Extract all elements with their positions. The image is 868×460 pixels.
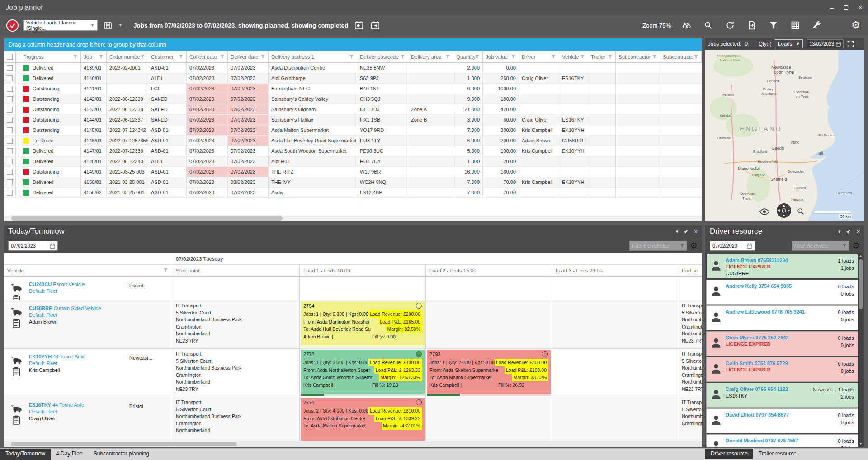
column-header[interactable]: Deliver date	[228, 51, 269, 62]
driver-date-picker[interactable]: 07/02/2023	[710, 241, 755, 251]
column-header[interactable]: Collect date	[187, 51, 228, 62]
driver-card[interactable]: Andrew Kelly 0754 654 9865 0 loads 0 job…	[706, 280, 858, 305]
driver-filter-input[interactable]: Filter the drivers	[792, 241, 849, 251]
row-checkbox[interactable]	[7, 86, 13, 92]
column-header[interactable]: Job	[81, 51, 107, 62]
load1-cell[interactable]	[300, 277, 426, 300]
save-button[interactable]	[102, 19, 114, 31]
planner-mode-select[interactable]: Vehicle Loads Planner (Single... ▼	[23, 20, 98, 31]
resource-tab[interactable]: Driver resource	[705, 449, 753, 459]
load2-cell[interactable]: 2793 Jobs: 1 | Qty: 7.000 | Kgs: 0.000Lo…	[426, 349, 552, 397]
save-menu-chevron-icon[interactable]: ▼	[118, 23, 123, 28]
planner-tab[interactable]: Subcontractor planning	[88, 449, 155, 460]
export-button[interactable]	[746, 19, 758, 31]
driver-card[interactable]: Andrew Littlewood 0778 765 3241 0 loads …	[706, 305, 858, 330]
driver-name-link[interactable]: Andrew Kelly 0754 654 9865	[726, 283, 854, 289]
vehicle-column-header[interactable]: Vehicle	[7, 268, 163, 273]
resource-tab[interactable]: Trailer resource	[753, 449, 802, 459]
funnel-icon[interactable]	[179, 54, 184, 59]
load-card[interactable]: 2779 Jobs: 2 | Qty: 4.000 | Kgs: 0.000Lo…	[301, 398, 425, 443]
load-status-circle-icon[interactable]	[542, 351, 548, 357]
planner-tab[interactable]: 4 Day Plan	[51, 449, 88, 460]
row-checkbox[interactable]	[7, 96, 13, 102]
maximize-button[interactable]	[844, 5, 848, 10]
column-header[interactable]: Driver	[519, 51, 559, 62]
driver-name-link[interactable]: David Elliott 0797 654 8877	[726, 412, 854, 418]
panel-dropdown-icon[interactable]: ▾	[838, 229, 841, 235]
driver-name-link[interactable]: Adam Brown 07654311234	[726, 257, 854, 263]
map-fullscreen-button[interactable]	[847, 41, 854, 47]
vehicle-filter-input[interactable]: Filter the vehicles	[629, 241, 687, 251]
job-row[interactable]: Outstanding 4144/01 2022-06-12337 SAI-ED…	[4, 115, 702, 125]
previous-day-button[interactable]	[353, 19, 365, 31]
vehicle-registration-link[interactable]: CU58RRE Curtain Sided Vehicle	[29, 305, 101, 312]
planner-hscrollbar[interactable]	[4, 441, 702, 447]
panel-pin-icon[interactable]	[684, 229, 689, 234]
column-header[interactable]: Job value	[483, 51, 519, 62]
load-card[interactable]: 2778 Jobs: 1 | Qty: 5.000 | Kgs: 0.000Lo…	[301, 350, 425, 396]
end-point-column-header[interactable]: End po	[678, 265, 702, 276]
funnel-icon[interactable]	[475, 54, 480, 59]
job-row[interactable]: Delivered 4147/01 2022-07-12336 ASD-01 0…	[4, 146, 702, 156]
column-header[interactable]: Vehicle	[559, 51, 588, 62]
next-day-button[interactable]	[369, 19, 381, 31]
row-checkbox[interactable]	[7, 148, 13, 154]
column-header[interactable]: Customer	[148, 51, 187, 62]
app-check-icon[interactable]	[6, 19, 19, 32]
vehicle-fleet-link[interactable]: Default Fleet	[29, 408, 84, 415]
row-checkbox[interactable]	[7, 107, 13, 113]
load-status-circle-icon[interactable]	[416, 351, 422, 357]
row-checkbox[interactable]	[7, 169, 13, 175]
load3-column-header[interactable]: Load 3 - Ends 20:00	[552, 265, 678, 276]
vehicle-truck-icon[interactable]	[10, 404, 22, 413]
funnel-icon[interactable]	[220, 54, 225, 59]
load1-cell[interactable]: 2779 Jobs: 2 | Qty: 4.000 | Kgs: 0.000Lo…	[300, 397, 426, 444]
driver-settings-gear[interactable]: ⚙	[852, 240, 860, 251]
row-checkbox[interactable]	[7, 159, 13, 164]
map-canvas[interactable]: NorthumberlandNational ParkNewcastleupon…	[705, 50, 864, 221]
funnel-icon[interactable]	[608, 54, 613, 59]
start-point-column-header[interactable]: Start point	[172, 265, 300, 276]
vehicle-fleet-link[interactable]: Default Fleet	[29, 288, 85, 295]
job-row[interactable]: Delivered 4140/01 ALDI 07/02/2023 07/02/…	[4, 73, 702, 84]
vehicle-truck-icon[interactable]	[10, 283, 22, 293]
vehicle-clipboard-icon[interactable]	[12, 295, 20, 300]
panel-close-icon[interactable]: ×	[694, 228, 698, 235]
load-status-circle-icon[interactable]	[416, 303, 422, 309]
planner-settings-gear[interactable]: ⚙	[690, 240, 698, 251]
row-checkbox[interactable]	[7, 127, 13, 133]
map-date-picker[interactable]: 13/02/2023	[807, 39, 844, 48]
driver-card[interactable]: Craig Oliver 0765 654 1122 ES16TKY Newca…	[706, 383, 858, 408]
column-header[interactable]: Subcontractor	[616, 51, 660, 62]
row-checkbox[interactable]	[7, 117, 13, 123]
job-row[interactable]: Delivered 4150/02 2021-03-25 001 ASD-01 …	[4, 188, 702, 198]
find-binoculars-button[interactable]	[681, 19, 693, 31]
load3-cell[interactable]	[552, 300, 678, 348]
funnel-icon[interactable]	[73, 54, 78, 59]
column-header[interactable]: Trailer	[588, 51, 616, 62]
driver-vscrollbar[interactable]: ▲ ▼	[858, 253, 863, 447]
load3-cell[interactable]	[552, 349, 678, 397]
panel-pin-icon[interactable]	[846, 229, 851, 234]
funnel-icon[interactable]	[349, 54, 354, 59]
load2-column-header[interactable]: Load 2 - Ends 15:00	[426, 265, 552, 276]
vehicle-fleet-link[interactable]: Default Fleet	[29, 360, 85, 367]
column-header[interactable]: Order number	[107, 51, 148, 62]
vehicle-registration-link[interactable]: ES16TKY 44 Tonne Artic	[29, 402, 84, 408]
column-header[interactable]: Quantity	[453, 51, 483, 62]
load-card[interactable]: 2794 Jobs: 1 | Qty: 6.000 | Kgs: 0.000Lo…	[301, 301, 425, 347]
driver-card[interactable]: Chris Myers 0775 252 7642 LICENCE EXPIRE…	[706, 331, 858, 356]
job-row[interactable]: Delivered 4139/01 2023-02-0001 ASD-01 07…	[4, 63, 702, 73]
row-checkbox[interactable]	[7, 190, 13, 196]
driver-name-link[interactable]: Chris Myers 0775 252 7642	[726, 334, 854, 341]
group-by-bar[interactable]: Drag a column header and drop it here to…	[4, 38, 702, 51]
map-mode-select[interactable]: Loads ▼	[775, 39, 803, 48]
job-row[interactable]: En-Route 4146/01 2022-07-1267856 ASD-01 …	[4, 136, 702, 146]
funnel-icon[interactable]	[99, 54, 104, 59]
search-button[interactable]	[703, 19, 714, 31]
driver-card[interactable]: Donald Macleod 0737 876 4587 0 loads 0 j…	[706, 434, 858, 447]
row-checkbox[interactable]	[7, 65, 13, 71]
column-header[interactable]: Subcontractor na	[660, 51, 702, 62]
job-row[interactable]: Outstanding 4141/01 FCL 07/02/2023 07/02…	[4, 84, 702, 94]
vehicle-registration-link[interactable]: CU240CU Escort Vehicle	[29, 281, 85, 288]
